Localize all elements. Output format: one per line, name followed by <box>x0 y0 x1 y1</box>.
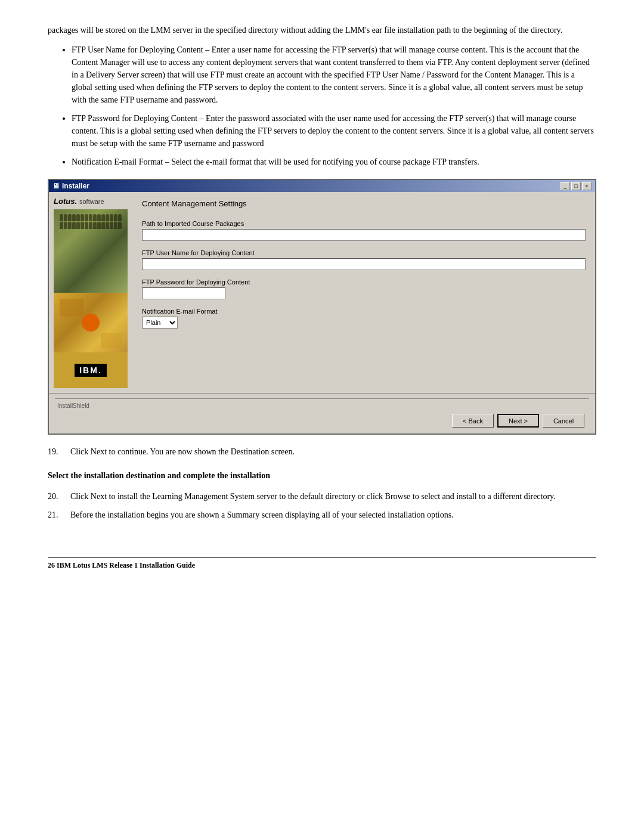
minimize-button[interactable]: _ <box>561 182 570 190</box>
step-21: 21. Before the installation begins you a… <box>48 509 596 521</box>
sidebar-bottom-image: IBM. <box>54 352 128 388</box>
titlebar-controls[interactable]: _ □ × <box>561 182 592 190</box>
footer-buttons: < Back Next > Cancel <box>55 411 589 430</box>
lotus-brand: Lotus. <box>54 197 77 206</box>
bullet-list: FTP User Name for Deploying Content – En… <box>72 44 596 168</box>
select-row: Plain HTML <box>142 317 586 329</box>
step-20: 20. Click Next to install the Learning M… <box>48 490 596 503</box>
maximize-button[interactable]: □ <box>571 182 581 190</box>
step-21-text: Before the installation begins you are s… <box>70 509 596 521</box>
select-email-format[interactable]: Plain HTML <box>142 317 178 329</box>
lotus-logo: Lotus. software <box>54 197 128 206</box>
label-path: Path to Imported Course Packages <box>142 220 586 227</box>
installer-titlebar: 🖥 Installer _ □ × <box>49 180 595 192</box>
step-20-text: Click Next to install the Learning Manag… <box>70 490 596 503</box>
sidebar-mid-image <box>54 293 128 352</box>
installer-footer: InstallShield < Back Next > Cancel <box>49 393 595 433</box>
close-button[interactable]: × <box>582 182 592 190</box>
step-21-number: 21. <box>48 509 64 521</box>
label-ftp-user: FTP User Name for Deploying Content <box>142 249 586 256</box>
label-email-format: Notification E-mail Format <box>142 308 586 315</box>
installer-sidebar: Lotus. software <box>49 192 132 393</box>
orange-circle <box>82 314 100 332</box>
step-19-number: 19. <box>48 445 64 458</box>
section-heading: Select the installation destination and … <box>48 470 596 482</box>
step-19: 19. Click Next to continue. You are now … <box>48 445 596 458</box>
lotus-software-text: software <box>79 198 104 205</box>
label-ftp-password: FTP Password for Deploying Content <box>142 278 586 286</box>
input-ftp-user[interactable] <box>142 258 586 270</box>
next-button[interactable]: Next > <box>497 414 539 428</box>
intro-paragraph: packages will be stored on the LMM serve… <box>48 24 596 36</box>
form-group-ftp-password: FTP Password for Deploying Content <box>142 278 586 304</box>
content-title: Content Management Settings <box>142 199 586 208</box>
page-footer: 26 IBM Lotus LMS Release 1 Installation … <box>48 557 596 570</box>
installer-body: Lotus. software <box>49 192 595 393</box>
input-path[interactable] <box>142 229 586 241</box>
cancel-button[interactable]: Cancel <box>543 414 584 428</box>
bullet-item-1: FTP User Name for Deploying Content – En… <box>72 44 596 106</box>
step-20-number: 20. <box>48 490 64 503</box>
installer-title-text: Installer <box>62 182 89 190</box>
installer-window: 🖥 Installer _ □ × Lotus. software <box>48 179 596 435</box>
form-group-path: Path to Imported Course Packages <box>142 220 586 246</box>
step-19-text: Click Next to continue. You are now show… <box>70 445 596 458</box>
bullet-item-3: Notification E-mail Format – Select the … <box>72 156 596 168</box>
input-ftp-password[interactable] <box>142 287 225 299</box>
form-group-ftp-user: FTP User Name for Deploying Content <box>142 249 586 275</box>
title-icon: 🖥 <box>52 182 60 190</box>
bullet-item-2: FTP Password for Deploying Content – Ent… <box>72 112 596 150</box>
installshield-label: InstallShield <box>55 402 589 409</box>
sidebar-top-image <box>54 209 128 293</box>
titlebar-title: 🖥 Installer <box>52 182 89 190</box>
sidebar-image: IBM. <box>54 209 128 388</box>
back-button[interactable]: < Back <box>452 414 494 428</box>
form-group-email-format: Notification E-mail Format Plain HTML <box>142 308 586 329</box>
ibm-logo: IBM. <box>75 364 107 377</box>
installer-content: Content Management Settings Path to Impo… <box>132 192 595 393</box>
